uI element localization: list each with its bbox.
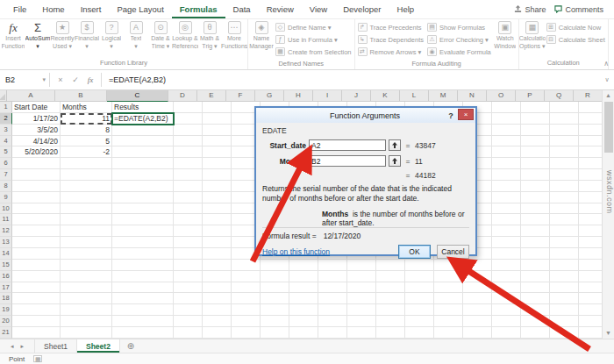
cell-E20[interactable]: [203, 316, 232, 327]
cell-M17[interactable]: [434, 282, 463, 294]
cell-C14[interactable]: [112, 248, 174, 260]
cell-O5[interactable]: [492, 146, 521, 158]
name-manager-button[interactable]: ◈NameManager: [249, 20, 274, 50]
cell-D14[interactable]: [174, 248, 203, 260]
math-trig-button[interactable]: θMath &Trig ▾: [197, 20, 222, 50]
cell-Q13[interactable]: [550, 237, 579, 248]
cell-J19[interactable]: [347, 304, 376, 316]
define-name-button[interactable]: ◇Define Name ▾: [275, 21, 352, 33]
cell-D11[interactable]: [174, 214, 203, 225]
dialog-close-button[interactable]: ×: [458, 109, 474, 120]
cell-B17[interactable]: [61, 282, 112, 294]
cell-G20[interactable]: [261, 316, 289, 327]
cell-D3[interactable]: [174, 125, 203, 136]
dialog-titlebar[interactable]: Function Arguments ? ×: [256, 108, 475, 123]
cell-R17[interactable]: [579, 282, 603, 294]
column-header-E[interactable]: E: [197, 90, 226, 102]
collapse-dialog-button[interactable]: [389, 155, 401, 167]
cell-Q2[interactable]: [550, 113, 579, 125]
cell-O19[interactable]: [492, 304, 521, 316]
column-header-O[interactable]: O: [487, 90, 516, 102]
tab-formulas[interactable]: Formulas: [172, 0, 225, 18]
row-header-21[interactable]: 21: [0, 327, 12, 339]
cell-G16[interactable]: [261, 271, 289, 282]
cell-R3[interactable]: [579, 125, 603, 136]
cell-B11[interactable]: [61, 214, 112, 225]
cell-D16[interactable]: [174, 271, 203, 282]
cell-E4[interactable]: [203, 136, 232, 147]
cell-B8[interactable]: [61, 181, 112, 192]
name-box-caret-icon[interactable]: ▾: [42, 76, 49, 83]
trace-dependents-button[interactable]: ↳Trace Dependents: [358, 33, 424, 46]
cell-N17[interactable]: [463, 282, 492, 294]
cell-B1[interactable]: Months: [61, 102, 112, 113]
cell-O20[interactable]: [492, 316, 521, 327]
share-button[interactable]: Share: [514, 5, 546, 14]
row-header-2[interactable]: 2: [0, 113, 12, 125]
cell-C2[interactable]: =EDATE(A2,B2): [112, 113, 174, 125]
cell-C17[interactable]: [112, 282, 174, 294]
cell-J21[interactable]: [347, 327, 376, 339]
cell-B18[interactable]: [61, 293, 112, 304]
cell-E9[interactable]: [203, 192, 232, 203]
cell-C20[interactable]: [112, 316, 174, 327]
autosum-button[interactable]: ΣAutoSum▾: [25, 20, 50, 50]
cell-F17[interactable]: [232, 282, 261, 294]
cell-R7[interactable]: [579, 169, 603, 181]
cell-D13[interactable]: [174, 237, 203, 248]
cell-B5[interactable]: -2: [61, 146, 112, 158]
dialog-help-button[interactable]: ?: [444, 111, 458, 120]
cell-N21[interactable]: [463, 327, 492, 339]
formula-input[interactable]: =EDATE(A2,B2): [102, 70, 600, 89]
cell-R16[interactable]: [579, 271, 603, 282]
cell-B13[interactable]: [61, 237, 112, 248]
cell-Q16[interactable]: [550, 271, 579, 282]
collapse-ribbon-icon[interactable]: ∧: [603, 60, 609, 68]
cell-P7[interactable]: [521, 169, 550, 181]
cell-K19[interactable]: [376, 304, 405, 316]
cell-C1[interactable]: Results: [112, 102, 174, 113]
row-header-16[interactable]: 16: [0, 271, 12, 282]
insert-function-icon[interactable]: fx: [83, 75, 97, 84]
cell-I17[interactable]: [318, 282, 347, 294]
cell-E21[interactable]: [203, 327, 232, 339]
cell-F16[interactable]: [232, 271, 261, 282]
cell-P4[interactable]: [521, 136, 550, 147]
remove-arrows-button[interactable]: ⇄Remove Arrows ▾: [358, 46, 424, 58]
cell-P17[interactable]: [521, 282, 550, 294]
cell-P6[interactable]: [521, 158, 550, 169]
cell-D10[interactable]: [174, 203, 203, 215]
cell-C7[interactable]: [112, 169, 174, 181]
calculate-now-button[interactable]: ⊞Calculate Now: [546, 21, 605, 33]
enter-formula-icon[interactable]: ✓: [68, 75, 82, 84]
cell-O6[interactable]: [492, 158, 521, 169]
cell-P21[interactable]: [521, 327, 550, 339]
cell-D4[interactable]: [174, 136, 203, 147]
cell-F21[interactable]: [232, 327, 261, 339]
row-header-15[interactable]: 15: [0, 260, 12, 271]
row-header-6[interactable]: 6: [0, 158, 12, 169]
cell-C11[interactable]: [112, 214, 174, 225]
tab-page-layout[interactable]: Page Layout: [109, 0, 171, 18]
cell-R19[interactable]: [579, 304, 603, 316]
cell-A3[interactable]: 3/5/20: [12, 125, 61, 136]
cell-D2[interactable]: [174, 113, 203, 125]
cell-E14[interactable]: [203, 248, 232, 260]
row-header-10[interactable]: 10: [0, 203, 12, 215]
cell-A14[interactable]: [12, 248, 61, 260]
cell-E10[interactable]: [203, 203, 232, 215]
cell-H16[interactable]: [289, 271, 318, 282]
column-header-R[interactable]: R: [574, 90, 603, 102]
cell-P9[interactable]: [521, 192, 550, 203]
cell-A5[interactable]: 5/20/2020: [12, 146, 61, 158]
column-header-B[interactable]: B: [55, 90, 107, 102]
cell-C18[interactable]: [112, 293, 174, 304]
cell-L20[interactable]: [405, 316, 434, 327]
comments-button[interactable]: Comments: [554, 5, 603, 14]
cell-Q19[interactable]: [550, 304, 579, 316]
cell-B4[interactable]: 5: [61, 136, 112, 147]
cell-Q14[interactable]: [550, 248, 579, 260]
cell-B15[interactable]: [61, 260, 112, 271]
cell-M16[interactable]: [434, 271, 463, 282]
row-header-19[interactable]: 19: [0, 304, 12, 316]
